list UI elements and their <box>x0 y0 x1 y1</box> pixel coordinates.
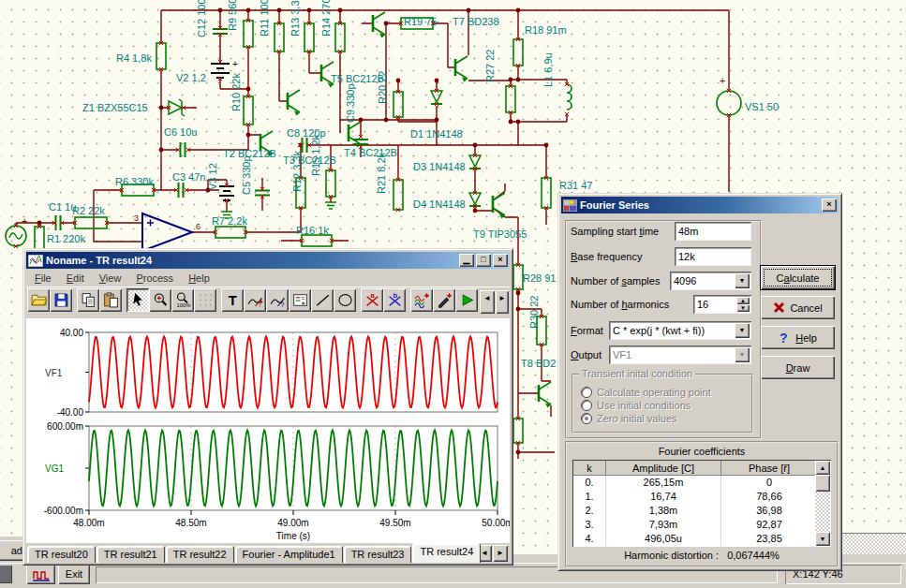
open-button[interactable] <box>27 288 50 312</box>
svg-text:50.00m: 50.00m <box>482 518 510 528</box>
coefficient-row[interactable]: 0.265,15m0 <box>573 476 830 490</box>
maximize-button[interactable]: □ <box>476 254 491 267</box>
text-tool[interactable]: T <box>221 288 244 312</box>
minimize-button[interactable]: ▁ <box>459 254 474 267</box>
component-label: V2 1,2 <box>176 72 206 83</box>
legend-tool[interactable]: = <box>289 288 311 312</box>
run-button[interactable] <box>455 288 478 312</box>
zoom-100-tool[interactable]: 100% <box>171 288 194 312</box>
tab-scroll-right[interactable]: ► <box>493 545 508 562</box>
svg-text:a: a <box>370 292 375 300</box>
component-label: R21 8,2k <box>376 152 387 194</box>
fourier-dialog-titlebar[interactable]: Fourier Series × <box>561 197 839 213</box>
k-value: 1. <box>573 490 606 504</box>
trace-picker-button[interactable] <box>433 288 455 312</box>
cursor-b-tool[interactable]: b <box>383 288 406 312</box>
paste-button[interactable] <box>99 288 122 312</box>
svg-text:?: ? <box>780 331 788 344</box>
coefficient-row[interactable]: 4.496,05u23,85 <box>573 532 830 546</box>
pointer-tool[interactable] <box>126 288 149 312</box>
svg-text:-600.00m: -600.00m <box>44 506 83 516</box>
label-curve-tool[interactable]: ? <box>266 288 289 312</box>
process-curves-button[interactable] <box>410 288 433 312</box>
svg-text:600.00m: 600.00m <box>47 421 83 432</box>
component-label: D4 1N4148 <box>413 198 466 210</box>
amplitude-value: 7,93m <box>606 518 721 532</box>
line-tool[interactable] <box>311 288 334 312</box>
menu-file[interactable]: File <box>27 271 59 286</box>
output-dropdown-icon: ▼ <box>735 347 750 362</box>
component-label: R12 3,3k <box>291 150 303 192</box>
svg-text:48.00m: 48.00m <box>73 518 104 528</box>
close-button[interactable]: × <box>493 254 508 267</box>
tab-tr-result22[interactable]: TR result22 <box>166 546 234 563</box>
component-label: R13 3,3k <box>290 0 301 37</box>
ellipse-icon <box>337 292 353 308</box>
copy-icon <box>81 292 97 308</box>
copy-button[interactable] <box>77 288 99 312</box>
sampling-start-time-value: 48m <box>675 226 698 237</box>
cancel-x-icon <box>773 301 785 314</box>
toolbar-scroll-right[interactable]: ► <box>496 290 509 314</box>
transient-option: Use initial conditions <box>581 400 691 411</box>
menu-edit[interactable]: Edit <box>59 271 92 286</box>
phase-value: 78,66 <box>721 490 818 504</box>
format-combo[interactable]: C * exp(j * (kwt + fi))▼ <box>609 321 751 340</box>
result-window-titlebar[interactable]: Noname - TR result24 ▁ □ × <box>26 252 510 269</box>
component-label: C3 47n <box>172 171 205 183</box>
number-of-harmonics-spin-up-icon[interactable]: ▲ <box>736 297 750 304</box>
zoom-in-tool[interactable] <box>149 288 171 312</box>
clipped-load-label: ad <box>11 545 22 556</box>
component-label: R31 47 <box>559 180 592 191</box>
tab-tr-result20[interactable]: TR result20 <box>27 546 96 563</box>
calculate-button[interactable]: Calculate <box>761 266 835 289</box>
coefficient-row[interactable]: 3.7,93m92,87 <box>573 518 830 532</box>
coefficients-table: kAmplitude [C]Phase [ř] 0.265,15m01.16,7… <box>572 460 831 547</box>
component-label: D1 1N4148 <box>410 128 463 140</box>
format-dropdown-icon[interactable]: ▼ <box>735 323 750 338</box>
scroll-down-icon[interactable]: ▼ <box>815 532 830 546</box>
component-label: T7 BD238 <box>453 16 499 27</box>
scroll-up-icon[interactable]: ▲ <box>815 461 830 475</box>
number-of-harmonics-spinner[interactable]: 16▲▼ <box>693 295 751 314</box>
exit-button[interactable]: Exit <box>58 565 90 584</box>
component-label: C6 10u <box>164 126 197 138</box>
ellipse-tool[interactable] <box>334 288 356 312</box>
number-of-samples-combo[interactable]: 4096▼ <box>670 272 751 290</box>
tina-application: +++36R4 1,8kC12 100uR9 560R11 100R13 3,3… <box>0 0 906 588</box>
scroll-thumb[interactable] <box>815 475 830 492</box>
menu-view[interactable]: View <box>92 271 129 286</box>
menu-help[interactable]: Help <box>181 271 217 286</box>
draw-button[interactable]: Draw <box>761 356 835 379</box>
sampling-start-time-input[interactable]: 48m <box>675 222 751 241</box>
harmonic-distortion: Harmonic distortion : 0,067444% <box>567 550 837 561</box>
tab-tr-result21[interactable]: TR result21 <box>97 546 165 563</box>
cancel-button[interactable]: Cancel <box>761 296 835 319</box>
tab-fourier-amplitude1[interactable]: Fourier - Amplitude1 <box>235 546 343 563</box>
annotate-curve-tool[interactable]: 7 <box>244 288 266 312</box>
result-window: Noname - TR result24 ▁ □ × FileEditViewP… <box>22 248 513 566</box>
dialog-close-icon[interactable]: × <box>822 198 837 212</box>
coefficient-row[interactable]: 1.16,7478,66 <box>573 490 830 504</box>
svg-text:49.00m: 49.00m <box>277 518 308 528</box>
diagram-window-button[interactable] <box>26 565 55 584</box>
component-label: T9 TIP3055 <box>473 228 527 240</box>
folder-icon <box>31 292 47 308</box>
zoomin-icon <box>153 292 169 308</box>
cursor-a-tool[interactable]: a <box>361 288 383 312</box>
number-of-samples-dropdown-icon[interactable]: ▼ <box>735 273 750 288</box>
save-button[interactable] <box>50 288 72 312</box>
svg-text:40.00: 40.00 <box>60 328 83 338</box>
plot-area[interactable]: 40.00-40.00VF1600.00m-600.00mVG148.00m48… <box>26 318 510 543</box>
tab-tr-result24[interactable]: TR result24 <box>412 543 481 563</box>
help-button[interactable]: ?Help <box>761 326 835 349</box>
toolbar-scroll-left[interactable]: ◄ <box>480 290 495 314</box>
coefficient-row[interactable]: 2.1,38m36,98 <box>573 504 830 518</box>
component-label: R1 220k <box>47 233 85 244</box>
base-frequency-input[interactable]: 12k <box>675 247 751 266</box>
clipped-taskbar-icon[interactable] <box>0 566 12 583</box>
number-of-harmonics-spin-down-icon[interactable]: ▼ <box>736 304 750 312</box>
menu-process[interactable]: Process <box>128 271 181 286</box>
table-scrollbar[interactable]: ▲ ▼ <box>815 461 830 546</box>
tab-tr-result23[interactable]: TR result23 <box>344 546 412 563</box>
